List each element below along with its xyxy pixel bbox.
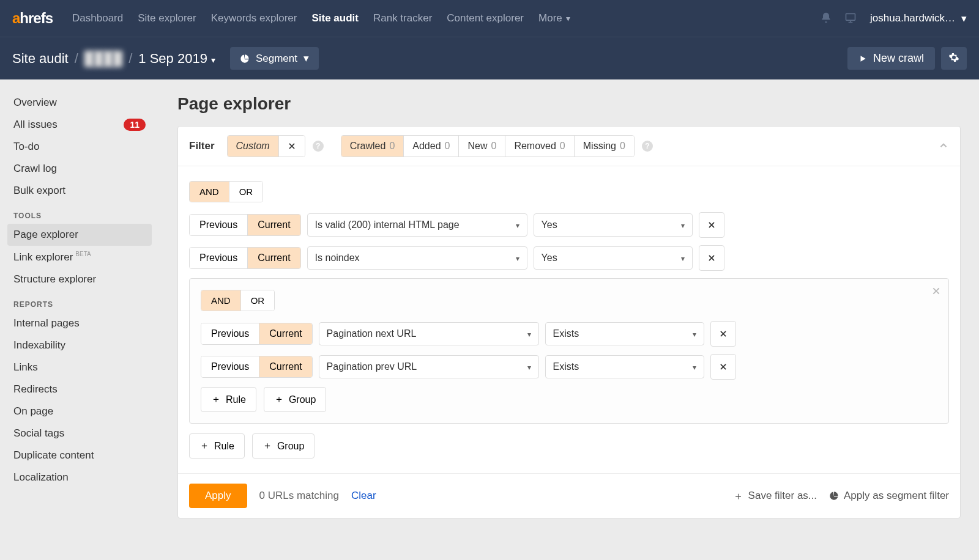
top-nav: ahrefs Dashboard Site explorer Keywords …: [0, 0, 979, 37]
remove-rule-button[interactable]: [699, 212, 724, 238]
sub-header: Site audit / ████ / 1 Sep 2019 Segment ▾…: [0, 37, 979, 79]
save-filter-as[interactable]: ＋Save filter as...: [733, 489, 817, 503]
sidebar-item-todo[interactable]: To-do: [7, 136, 152, 158]
settings-button[interactable]: [941, 47, 967, 70]
previous-button[interactable]: Previous: [201, 323, 259, 344]
add-row: ＋Rule ＋Group: [201, 387, 937, 412]
remove-rule-button[interactable]: [699, 245, 724, 271]
sidebar-item-redirects[interactable]: Redirects: [7, 378, 152, 400]
remove-rule-button[interactable]: [710, 354, 736, 380]
segment-label: Segment: [256, 53, 297, 65]
sidebar-item-bulk-export[interactable]: Bulk export: [7, 180, 152, 202]
add-group-button[interactable]: ＋Group: [264, 387, 326, 412]
sidebar-item-page-explorer[interactable]: Page explorer: [7, 224, 152, 246]
nav-dashboard[interactable]: Dashboard: [72, 12, 123, 24]
logic-and[interactable]: AND: [190, 182, 229, 202]
sidebar-item-link-explorer[interactable]: Link explorerBETA: [7, 246, 152, 268]
tab-new[interactable]: New 0: [459, 136, 505, 157]
previous-button[interactable]: Previous: [201, 356, 259, 377]
rule-value-select[interactable]: Yes: [534, 213, 693, 237]
logic-or[interactable]: OR: [240, 290, 275, 311]
logic-and[interactable]: AND: [201, 290, 240, 311]
filter-panel: Filter Custom ? Crawled 0 Added 0 New 0 …: [177, 126, 961, 518]
close-custom-filter[interactable]: [279, 136, 305, 157]
plus-icon: ＋: [211, 393, 221, 406]
rule-value-select[interactable]: Exists: [545, 322, 704, 345]
rule-field-select[interactable]: Pagination next URL: [319, 322, 539, 345]
rule-row: Previous Current Is valid (200) internal…: [189, 212, 949, 238]
tab-added[interactable]: Added 0: [404, 136, 459, 157]
rule-value-select[interactable]: Exists: [545, 355, 704, 378]
sidebar-item-links[interactable]: Links: [7, 356, 152, 378]
gear-icon: [948, 52, 959, 63]
add-rule-button[interactable]: ＋Rule: [189, 433, 245, 459]
tab-missing[interactable]: Missing 0: [575, 136, 634, 157]
chevron-down-icon: ▾: [961, 12, 967, 25]
nav-site-audit[interactable]: Site audit: [311, 12, 359, 24]
help-icon[interactable]: ?: [313, 141, 324, 152]
logic-or[interactable]: OR: [229, 182, 263, 202]
sidebar-item-indexability[interactable]: Indexability: [7, 334, 152, 356]
breadcrumb: Site audit / ████ / 1 Sep 2019: [12, 51, 215, 67]
close-icon: [707, 254, 716, 262]
clear-link[interactable]: Clear: [351, 490, 376, 502]
prev-curr-toggle: Previous Current: [189, 214, 301, 236]
plus-icon: ＋: [274, 393, 284, 406]
current-button[interactable]: Current: [259, 323, 311, 344]
plus-icon: ＋: [733, 489, 743, 503]
nav-content-explorer[interactable]: Content explorer: [447, 12, 524, 24]
sidebar-item-structure-explorer[interactable]: Structure explorer: [7, 268, 152, 290]
close-icon: [288, 142, 296, 150]
add-group-button[interactable]: ＋Group: [252, 433, 315, 459]
remove-group-button[interactable]: [931, 285, 941, 299]
logo-rest: hrefs: [20, 10, 53, 26]
nav-more[interactable]: More: [538, 12, 570, 24]
rule-field-select[interactable]: Pagination prev URL: [319, 355, 539, 378]
sidebar-item-overview[interactable]: Overview: [7, 92, 152, 114]
monitor-icon[interactable]: [844, 12, 857, 26]
prev-curr-toggle: Previous Current: [201, 356, 313, 378]
current-button[interactable]: Current: [247, 248, 300, 268]
sidebar: Overview All issues 11 To-do Crawl log B…: [0, 79, 159, 533]
rule-group: AND OR Previous Current Pagination next …: [189, 278, 949, 424]
sidebar-item-internal-pages[interactable]: Internal pages: [7, 312, 152, 334]
nav-site-explorer[interactable]: Site explorer: [138, 12, 196, 24]
crumb-site-audit[interactable]: Site audit: [12, 51, 69, 67]
page-title: Page explorer: [177, 94, 961, 114]
tab-removed[interactable]: Removed 0: [505, 136, 574, 157]
sidebar-item-duplicate-content[interactable]: Duplicate content: [7, 444, 152, 466]
remove-rule-button[interactable]: [710, 321, 736, 347]
apply-button[interactable]: Apply: [189, 484, 247, 508]
previous-button[interactable]: Previous: [190, 248, 247, 268]
sidebar-item-crawl-log[interactable]: Crawl log: [7, 158, 152, 180]
crumb-project[interactable]: ████: [84, 51, 122, 67]
sidebar-item-localization[interactable]: Localization: [7, 466, 152, 488]
crumb-date[interactable]: 1 Sep 2019: [138, 51, 215, 67]
sidebar-item-on-page[interactable]: On page: [7, 400, 152, 422]
collapse-toggle[interactable]: [938, 140, 949, 153]
previous-button[interactable]: Previous: [190, 215, 247, 235]
add-rule-button[interactable]: ＋Rule: [201, 387, 256, 412]
tab-crawled[interactable]: Crawled 0: [341, 136, 404, 157]
rule-field-select[interactable]: Is noindex: [307, 246, 527, 270]
main: Page explorer Filter Custom ? Crawled 0 …: [159, 79, 979, 533]
current-button[interactable]: Current: [247, 215, 300, 235]
rule-field-select[interactable]: Is valid (200) internal HTML page: [307, 213, 527, 237]
help-icon[interactable]: ?: [642, 141, 653, 152]
plus-icon: ＋: [262, 440, 272, 452]
new-crawl-button[interactable]: New crawl: [847, 47, 935, 70]
rule-value-select[interactable]: Yes: [534, 246, 693, 270]
filter-bar: Filter Custom ? Crawled 0 Added 0 New 0 …: [178, 127, 960, 166]
sidebar-item-social-tags[interactable]: Social tags: [7, 422, 152, 444]
nav-rank-tracker[interactable]: Rank tracker: [373, 12, 432, 24]
segment-button[interactable]: Segment ▾: [230, 47, 319, 70]
current-button[interactable]: Current: [259, 356, 311, 377]
custom-label[interactable]: Custom: [228, 136, 279, 157]
pie-icon: [829, 491, 839, 501]
nav-keywords-explorer[interactable]: Keywords explorer: [211, 12, 297, 24]
apply-as-segment[interactable]: Apply as segment filter: [829, 490, 949, 502]
bell-icon[interactable]: [820, 12, 832, 26]
logo[interactable]: ahrefs: [12, 10, 53, 27]
user-menu[interactable]: joshua.hardwick… ▾: [870, 12, 967, 25]
sidebar-item-all-issues[interactable]: All issues 11: [7, 114, 152, 136]
